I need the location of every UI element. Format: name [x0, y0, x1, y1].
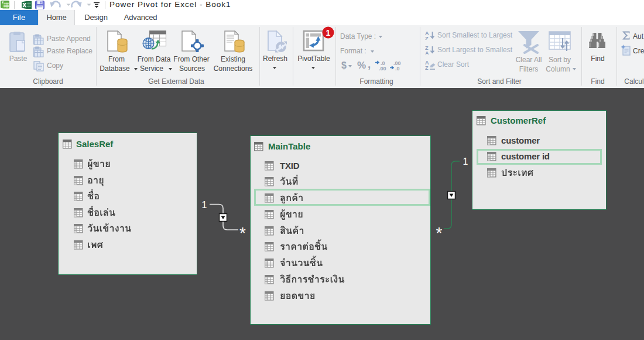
svg-text:*: * — [239, 224, 246, 242]
svg-text:*: * — [436, 224, 443, 242]
svg-text:1: 1 — [326, 28, 331, 38]
svg-text:1: 1 — [463, 157, 468, 166]
svg-text:Z: Z — [425, 65, 429, 70]
svg-text:1: 1 — [202, 200, 207, 210]
svg-text:A: A — [425, 50, 429, 55]
svg-text:.00: .00 — [379, 66, 386, 72]
svg-text:.0: .0 — [395, 66, 400, 72]
svg-text:Z: Z — [425, 36, 429, 40]
